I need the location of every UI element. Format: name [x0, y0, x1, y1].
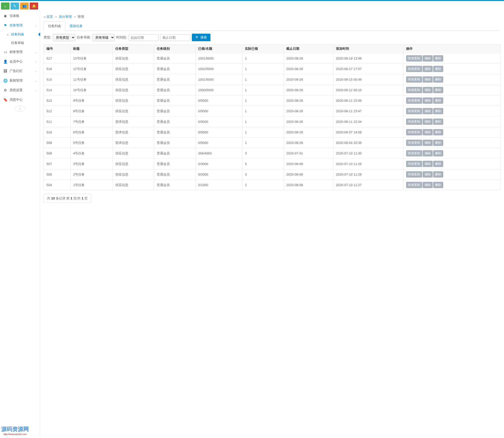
delete-button[interactable]: 删除: [433, 182, 443, 188]
sidebar-sub-task-list[interactable]: » 任务列表: [0, 30, 40, 39]
filter-level-select[interactable]: 所有等级: [92, 34, 115, 41]
edit-button[interactable]: 编辑: [423, 161, 433, 167]
delete-button[interactable]: 删除: [433, 150, 443, 156]
delete-button[interactable]: 删除: [433, 140, 443, 146]
table-cell: 7号任务: [71, 117, 113, 127]
toolbar-edit-button[interactable]: ✎: [11, 3, 19, 10]
breadcrumb-admin[interactable]: 后台管理: [59, 15, 72, 19]
copy-button[interactable]: 快速复制: [406, 76, 422, 83]
delete-button[interactable]: 删除: [433, 171, 443, 178]
active-arrow-icon: [38, 32, 40, 36]
edit-button[interactable]: 编辑: [423, 150, 433, 156]
delete-button[interactable]: 删除: [433, 129, 443, 135]
table-cell: 2020-08-28: [284, 127, 333, 138]
sidebar-item-dashboard[interactable]: ◉ 仪表板: [0, 11, 40, 21]
delete-button[interactable]: 删除: [433, 76, 443, 83]
table-actions-cell: 快速复制编辑删除: [403, 53, 500, 64]
table-cell: 2020-08-07 14:09: [333, 127, 403, 138]
sidebar-item-ads[interactable]: 🖼 广告幻灯 ⌄: [0, 66, 40, 76]
sidebar-item-settings[interactable]: ⚙ 系统设置 ⌄: [0, 85, 40, 95]
copy-button[interactable]: 快速复制: [406, 119, 422, 125]
edit-button[interactable]: 编辑: [423, 182, 433, 188]
edit-button[interactable]: 编辑: [423, 129, 433, 135]
copy-button[interactable]: 快速复制: [406, 108, 422, 114]
search-button[interactable]: 🔍 搜索: [192, 34, 210, 41]
copy-button[interactable]: 快速复制: [406, 171, 422, 178]
table-row: 5095号任务需求信息普通会员0/500012020-08-282020-08-…: [44, 138, 500, 148]
edit-button[interactable]: 编辑: [423, 108, 433, 114]
sidebar-item-messages[interactable]: 🔖 消息中心: [0, 95, 40, 104]
table-cell: 0/2000: [195, 169, 242, 180]
table-cell: 2020-08-28: [284, 138, 333, 148]
table-cell: 2020-07-10 11:30: [333, 148, 403, 159]
table-cell: 0/5000: [195, 117, 242, 127]
table-cell: 普通会员: [154, 138, 196, 148]
copy-button[interactable]: 快速复制: [406, 97, 422, 104]
table-cell: 普通会员: [154, 74, 196, 85]
table-cell: 2020-08-19 13:46: [333, 53, 403, 64]
table-cell: 13号任务: [71, 53, 113, 64]
edit-button[interactable]: 编辑: [423, 55, 433, 62]
delete-button[interactable]: 删除: [433, 87, 443, 93]
table-cell: 需求信息: [113, 138, 154, 148]
table-cell: 0/5000: [195, 138, 242, 148]
delete-button[interactable]: 删除: [433, 119, 443, 125]
table-cell: 供应信息: [113, 169, 154, 180]
chevron-down-icon: ⌄: [35, 70, 37, 73]
copy-button[interactable]: 快速复制: [406, 66, 422, 72]
delete-button[interactable]: 删除: [433, 161, 443, 167]
sidebar-item-members[interactable]: 👤 会员中心 ⌄: [0, 57, 40, 66]
table-header: 截止日期: [284, 44, 333, 53]
table-cell: 6号任务: [71, 127, 113, 138]
copy-button[interactable]: 快速复制: [406, 161, 422, 167]
toolbar-home-button[interactable]: ⌂: [1, 3, 10, 10]
table-cell: 2020-08-11 23:34: [333, 117, 403, 127]
edit-button[interactable]: 编辑: [423, 97, 433, 104]
copy-button[interactable]: 快速复制: [406, 55, 422, 62]
table-actions-cell: 快速复制编辑删除: [403, 117, 500, 127]
tab-task-list[interactable]: 任务列表: [44, 22, 65, 31]
sidebar-collapse-button[interactable]: «: [15, 106, 25, 111]
chevron-down-icon: ⌄: [35, 89, 37, 92]
sidebar-sub-task-review[interactable]: 任务审核: [0, 39, 40, 47]
sidebar-item-tasks[interactable]: ⚑ 任务管理 ⌄: [0, 21, 40, 30]
delete-button[interactable]: 删除: [433, 66, 443, 72]
filter-type-select[interactable]: 所有类型: [53, 34, 75, 41]
copy-button[interactable]: 快速复制: [406, 129, 422, 135]
table-cell: 515: [44, 74, 71, 85]
breadcrumb: ⌂ 首页 > 后台管理 > 管理: [44, 14, 500, 22]
table-row: 5117号任务需求信息普通会员0/500012020-08-282020-08-…: [44, 117, 500, 127]
table-actions-cell: 快速复制编辑删除: [403, 127, 500, 138]
sidebar-item-finance[interactable]: ▭ 财务管理 ⌄: [0, 47, 40, 57]
filter-end-date[interactable]: [160, 34, 190, 41]
globe-icon: 🌐: [3, 79, 8, 83]
table-cell: 2020-08-17 17:07: [333, 64, 403, 74]
toolbar-bell-button[interactable]: 🔔: [30, 3, 38, 10]
copy-button[interactable]: 快速复制: [406, 150, 422, 156]
toolbar-group-button[interactable]: 👥: [20, 3, 29, 10]
copy-button[interactable]: 快速复制: [406, 182, 422, 188]
copy-button[interactable]: 快速复制: [406, 140, 422, 146]
delete-button[interactable]: 删除: [433, 55, 443, 62]
sidebar-label: 会员中心: [10, 59, 35, 64]
breadcrumb-home[interactable]: 首页: [46, 15, 53, 19]
filter-start-date[interactable]: [129, 34, 159, 41]
tab-add-task[interactable]: 添加任务: [65, 22, 87, 31]
edit-button[interactable]: 编辑: [423, 119, 433, 125]
edit-button[interactable]: 编辑: [423, 140, 433, 146]
delete-button[interactable]: 删除: [433, 108, 443, 114]
table-cell: 普通会员: [154, 53, 196, 64]
table-cell: 516: [44, 64, 71, 74]
edit-button[interactable]: 编辑: [423, 87, 433, 93]
copy-button[interactable]: 快速复制: [406, 87, 422, 93]
table-header: 添加时间: [333, 44, 403, 53]
chevron-left-icon: «: [19, 107, 21, 110]
table-cell: 普通会员: [154, 85, 196, 95]
delete-button[interactable]: 删除: [433, 97, 443, 104]
edit-button[interactable]: 编辑: [423, 76, 433, 83]
edit-button[interactable]: 编辑: [423, 171, 433, 178]
sidebar-item-news[interactable]: 🌐 新闻管理 ⌄: [0, 76, 40, 85]
table-actions-cell: 快速复制编辑删除: [403, 64, 500, 74]
edit-button[interactable]: 编辑: [423, 66, 433, 72]
table-actions-cell: 快速复制编辑删除: [403, 169, 500, 180]
